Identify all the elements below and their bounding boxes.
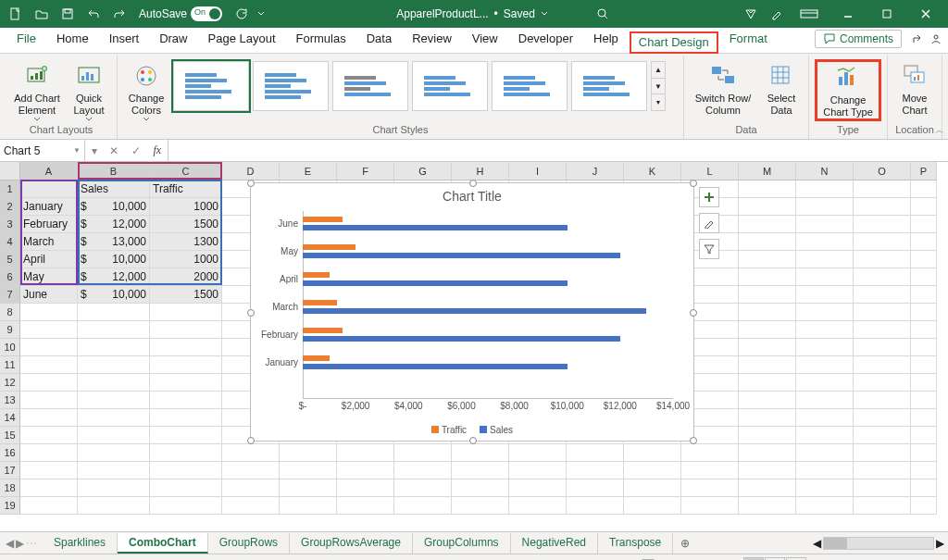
account-icon[interactable]	[929, 32, 942, 45]
cell[interactable]	[854, 268, 911, 286]
cell[interactable]	[796, 479, 854, 497]
cell[interactable]	[739, 268, 796, 286]
cell[interactable]: February	[20, 216, 78, 233]
cell[interactable]	[150, 479, 222, 497]
cell[interactable]	[739, 356, 796, 374]
cell[interactable]	[854, 462, 911, 479]
cell[interactable]	[739, 462, 796, 479]
cell[interactable]	[509, 497, 567, 515]
bar-sales[interactable]	[303, 336, 620, 342]
cell[interactable]	[20, 304, 78, 321]
close-icon[interactable]	[907, 2, 944, 26]
cell[interactable]	[150, 304, 222, 321]
cell[interactable]	[78, 321, 150, 339]
cell[interactable]	[337, 497, 394, 515]
column-header[interactable]: O	[854, 162, 911, 180]
comments-button[interactable]: Comments	[815, 30, 902, 48]
cell[interactable]	[796, 233, 854, 251]
column-header[interactable]: G	[394, 162, 452, 180]
add-sheet-button[interactable]: ⊕	[673, 537, 697, 550]
cell[interactable]	[337, 479, 394, 497]
cell[interactable]	[739, 427, 796, 444]
add-chart-element-button[interactable]: Add Chart Element	[11, 59, 63, 123]
row-header[interactable]: 15	[0, 427, 20, 444]
cell[interactable]	[452, 444, 509, 462]
cell[interactable]	[911, 462, 937, 479]
cell[interactable]	[222, 497, 280, 515]
chevron-down-icon[interactable]	[541, 10, 548, 18]
cell[interactable]	[739, 251, 796, 268]
cell[interactable]	[150, 356, 222, 374]
formula-input[interactable]	[168, 140, 948, 161]
row-header[interactable]: 11	[0, 356, 20, 374]
row-header[interactable]: 16	[0, 444, 20, 462]
cell[interactable]	[854, 427, 911, 444]
row-header[interactable]: 10	[0, 339, 20, 356]
cell[interactable]: 1500	[150, 216, 222, 233]
cell[interactable]	[911, 392, 937, 409]
row-header[interactable]: 14	[0, 409, 20, 427]
cell[interactable]	[78, 356, 150, 374]
column-header[interactable]: K	[624, 162, 681, 180]
change-chart-type-button[interactable]: Change Chart Type	[815, 59, 881, 121]
cell[interactable]	[854, 321, 911, 339]
bar-sales[interactable]	[303, 280, 568, 286]
cell[interactable]	[739, 374, 796, 392]
tab-view[interactable]: View	[463, 28, 507, 53]
sheet-tab[interactable]: GroupRowsAverage	[290, 533, 413, 554]
style-thumb-3[interactable]	[332, 61, 408, 111]
cell[interactable]	[911, 409, 937, 427]
quick-layout-button[interactable]: Quick Layout	[67, 59, 111, 123]
cell[interactable]: May	[20, 268, 78, 286]
cell[interactable]	[280, 462, 337, 479]
cell[interactable]	[222, 479, 280, 497]
sheet-tab[interactable]: GroupColumns	[413, 533, 511, 554]
cell[interactable]	[796, 251, 854, 268]
tab-insert[interactable]: Insert	[100, 28, 149, 53]
sheet-tab[interactable]: Transpose	[598, 533, 673, 554]
cell[interactable]	[337, 462, 394, 479]
cell[interactable]: 1500	[150, 286, 222, 304]
cell[interactable]	[911, 216, 937, 233]
cell[interactable]: 1300	[150, 233, 222, 251]
enter-formula-icon[interactable]: ✓	[131, 144, 141, 157]
cell[interactable]	[854, 497, 911, 515]
row-header[interactable]: 19	[0, 497, 20, 515]
column-header[interactable]: L	[681, 162, 739, 180]
cell[interactable]	[222, 444, 280, 462]
open-file-icon[interactable]	[30, 2, 54, 26]
cell[interactable]	[796, 321, 854, 339]
column-header[interactable]: M	[739, 162, 796, 180]
cell[interactable]	[20, 180, 78, 198]
cell[interactable]	[452, 462, 509, 479]
cell[interactable]	[796, 409, 854, 427]
row-header[interactable]: 1	[0, 180, 20, 198]
column-header[interactable]: B	[78, 162, 150, 180]
cell[interactable]	[509, 462, 567, 479]
cell[interactable]	[911, 339, 937, 356]
cell[interactable]	[739, 216, 796, 233]
cell[interactable]	[509, 479, 567, 497]
cell[interactable]	[854, 392, 911, 409]
cell[interactable]	[150, 497, 222, 515]
bar-sales[interactable]	[303, 308, 646, 314]
cell[interactable]	[567, 444, 624, 462]
cell[interactable]	[796, 497, 854, 515]
cell[interactable]	[739, 304, 796, 321]
tab-review[interactable]: Review	[403, 28, 461, 53]
row-header[interactable]: 4	[0, 233, 20, 251]
cell[interactable]	[854, 374, 911, 392]
column-header[interactable]: N	[796, 162, 854, 180]
cell[interactable]	[911, 497, 937, 515]
cell[interactable]: 1000	[150, 251, 222, 268]
cell[interactable]: Traffic	[150, 180, 222, 198]
cell[interactable]	[739, 286, 796, 304]
cell[interactable]	[911, 479, 937, 497]
column-header[interactable]: C	[150, 162, 222, 180]
cell[interactable]	[739, 339, 796, 356]
switch-row-column-button[interactable]: Switch Row/ Column	[690, 59, 756, 118]
bar-sales[interactable]	[303, 253, 620, 258]
tab-draw[interactable]: Draw	[150, 28, 196, 53]
sheet-tab[interactable]: Sparklines	[43, 533, 118, 554]
cell[interactable]: $10,000	[78, 286, 150, 304]
